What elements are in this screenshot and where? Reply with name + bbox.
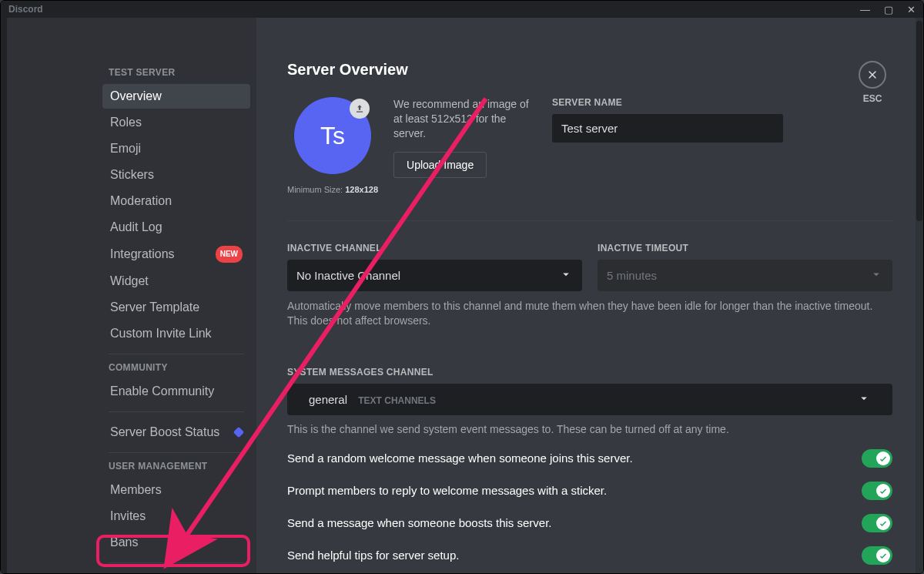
sidebar-item-invites[interactable]: Invites [102,504,250,529]
window-minimize-button[interactable]: — [860,5,870,15]
toggle-boost-message: Send a message when someone boosts this … [287,514,892,532]
server-name-label: SERVER NAME [552,97,791,108]
new-badge: NEW [216,246,243,263]
upload-image-button[interactable]: Upload Image [393,152,487,178]
toggle-switch[interactable] [862,482,892,500]
sidebar-item-delete-server[interactable]: Delete Server [102,571,250,573]
sidebar-separator [109,562,244,563]
sidebar-item-moderation[interactable]: Moderation [102,189,250,213]
window-maximize-button[interactable]: ▢ [884,5,893,15]
inactive-timeout-label: INACTIVE TIMEOUT [598,243,892,253]
upload-image-icon[interactable] [350,99,370,119]
sidebar-category-user-mgmt: USER MANAGEMENT [102,461,250,472]
toggle-switch[interactable] [862,546,892,565]
sidebar-separator [109,411,244,412]
settings-sidebar: TEST SERVER Overview Roles Emoji Sticker… [7,18,256,573]
chevron-down-icon [857,391,871,408]
inactive-timeout-select[interactable]: 5 minutes [598,260,892,291]
toggle-switch[interactable] [862,514,892,532]
sidebar-item-overview[interactable]: Overview [102,84,250,109]
sidebar-item-stickers[interactable]: Stickers [102,163,250,187]
sidebar-item-enable-community[interactable]: Enable Community [102,379,250,404]
sidebar-item-server-template[interactable]: Server Template [102,295,250,320]
window-titlebar: Discord — ▢ ✕ [1,1,923,18]
toggle-sticker-reply: Prompt members to reply to welcome messa… [287,482,892,500]
chevron-down-icon [559,267,573,284]
sidebar-item-boost-status[interactable]: Server Boost Status [102,420,250,445]
inactive-channel-select[interactable]: No Inactive Channel [287,260,582,291]
page-title: Server Overview [287,61,892,79]
toggle-switch[interactable] [862,449,892,468]
inactive-channel-label: INACTIVE CHANNEL [287,243,582,253]
inactive-help-text: Automatically move members to this chann… [287,299,892,328]
min-size-hint: Minimum Size: 128x128 [287,185,378,194]
chevron-down-icon [869,267,883,284]
guild-strip [1,18,7,573]
sidebar-category-community: COMMUNITY [102,362,250,373]
sidebar-item-custom-invite[interactable]: Custom Invite Link [102,321,250,346]
sidebar-item-roles[interactable]: Roles [102,110,250,135]
system-channel-select[interactable]: general TEXT CHANNELS [287,384,892,415]
sidebar-item-bans[interactable]: Bans [102,530,250,555]
close-settings-button[interactable]: ESC [859,61,886,104]
sidebar-item-widget[interactable]: Widget [102,269,250,294]
sidebar-separator [109,452,244,453]
settings-content: ESC Server Overview Ts Minimum Size: 128… [256,18,923,573]
server-avatar[interactable]: Ts [294,97,371,174]
image-recommend-text: We recommend an image of at least 512x51… [393,97,532,141]
toggle-setup-tips: Send helpful tips for server setup. [287,546,892,565]
sidebar-category-main: TEST SERVER [102,67,250,78]
sidebar-item-emoji[interactable]: Emoji [102,136,250,161]
sidebar-item-integrations[interactable]: Integrations NEW [102,241,250,267]
system-help-text: This is the channel we send system event… [287,423,892,435]
scrollbar-thumb[interactable] [916,21,922,221]
app-brand: Discord [8,4,43,15]
sidebar-item-members[interactable]: Members [102,478,250,502]
toggle-welcome-message: Send a random welcome message when someo… [287,449,892,468]
system-channel-label: SYSTEM MESSAGES CHANNEL [287,367,892,378]
server-name-input[interactable] [552,114,783,143]
scrollbar[interactable] [916,18,923,573]
sidebar-item-audit-log[interactable]: Audit Log [102,215,250,240]
window-close-button[interactable]: ✕ [907,5,916,15]
divider [287,220,892,221]
sidebar-separator [109,354,244,354]
boost-icon [233,427,244,438]
